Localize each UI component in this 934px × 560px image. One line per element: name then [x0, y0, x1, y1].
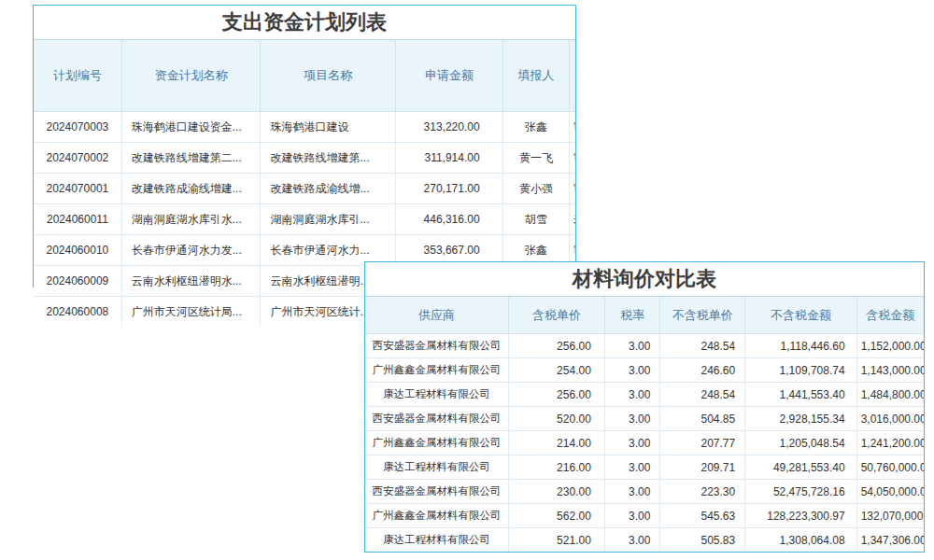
project-name-link[interactable]: 改建铁路成渝线增... [261, 174, 396, 204]
status-badge: 审批通过 [570, 143, 575, 174]
plan-id-link[interactable]: 2024060010 [34, 235, 121, 266]
table-row: 康达工程材料有限公司521.003.00505.831,308,064.081,… [365, 528, 924, 553]
project-name-link[interactable]: 改建铁路线增建第... [261, 143, 396, 174]
project-name-link[interactable]: 湖南洞庭湖水库引... [261, 204, 396, 235]
table-row: 广州鑫鑫金属材料有限公司562.003.00545.63128,223,300.… [365, 504, 924, 528]
table-row: 康达工程材料有限公司216.003.00209.7149,281,553.405… [365, 455, 924, 480]
project-name-link[interactable]: 珠海鹤港口建设 [261, 112, 396, 143]
unit-price-with-tax-value: 520.00 [509, 407, 605, 431]
amount-with-tax-value: 54,050,000.00 [856, 480, 924, 504]
unit-price-without-tax-value: 248.54 [660, 383, 745, 407]
request-amount-value: 311,914.00 [396, 143, 503, 174]
plan-id-link[interactable]: 2024060009 [34, 266, 121, 297]
column-header: 填报人 [502, 40, 570, 112]
reporter-link[interactable]: 黄小强 [502, 174, 570, 204]
column-header: 资金计划名称 [121, 40, 261, 112]
column-header: 项目名称 [261, 40, 396, 112]
unit-price-with-tax-value: 254.00 [509, 358, 605, 383]
supplier-link[interactable]: 康达工程材料有限公司 [365, 528, 509, 553]
unit-price-with-tax-value: 521.00 [509, 528, 605, 553]
unit-price-without-tax-value: 209.71 [660, 455, 745, 480]
unit-price-without-tax-value: 248.54 [660, 334, 745, 358]
table-row: 2024070003珠海鹤港口建设资金...珠海鹤港口建设313,220.00张… [34, 112, 575, 143]
table-row: 西安盛器金属材料有限公司256.003.00248.541,118,446.60… [365, 334, 924, 358]
tax-rate-value: 3.00 [604, 504, 660, 528]
fund-plan-name-link[interactable]: 改建铁路成渝线增建... [121, 174, 261, 204]
supplier-link[interactable]: 广州鑫鑫金属材料有限公司 [365, 431, 509, 455]
plan-id-link[interactable]: 2024070001 [34, 174, 121, 204]
fund-plan-name-link[interactable]: 云南水利枢纽潜明水... [121, 266, 261, 297]
column-header: 供应商 [365, 297, 509, 334]
table-row: 广州鑫鑫金属材料有限公司254.003.00246.601,109,708.74… [365, 358, 924, 383]
tax-rate-value: 3.00 [604, 407, 660, 431]
table-header-row: 供应商含税单价税率不含税单价不含税金额含税金额 [365, 297, 924, 334]
tax-rate-value: 3.00 [604, 334, 660, 358]
material-inquiry-comparison-table: 供应商含税单价税率不含税单价不含税金额含税金额 西安盛器金属材料有限公司256.… [365, 297, 924, 552]
request-amount-value: 270,171.00 [396, 174, 503, 204]
material-inquiry-panel: 材料询价对比表 供应商含税单价税率不含税单价不含税金额含税金额 西安盛器金属材料… [364, 261, 925, 553]
supplier-link[interactable]: 西安盛器金属材料有限公司 [365, 480, 509, 504]
request-amount-value: 446,316.00 [396, 204, 503, 235]
unit-price-with-tax-value: 214.00 [509, 431, 605, 455]
fund-plan-name-link[interactable]: 珠海鹤港口建设资金... [121, 112, 261, 143]
unit-price-with-tax-value: 216.00 [509, 455, 605, 480]
status-badge: 审批通过 [570, 174, 575, 204]
table-header: 供应商含税单价税率不含税单价不含税金额含税金额 [365, 297, 924, 334]
amount-without-tax-value: 1,118,446.60 [745, 334, 856, 358]
tax-rate-value: 3.00 [604, 480, 660, 504]
reporter-link[interactable]: 张鑫 [502, 112, 570, 143]
amount-without-tax-value: 2,928,155.34 [745, 407, 856, 431]
table-row: 康达工程材料有限公司256.003.00248.541,441,553.401,… [365, 383, 924, 407]
supplier-link[interactable]: 广州鑫鑫金属材料有限公司 [365, 504, 509, 528]
amount-without-tax-value: 1,308,064.08 [745, 528, 856, 553]
fund-plan-name-link[interactable]: 广州市天河区统计局... [121, 297, 261, 328]
amount-with-tax-value: 1,152,000.00 [856, 334, 924, 358]
plan-id-link[interactable]: 2024060008 [34, 297, 121, 328]
reporter-link[interactable]: 黄一飞 [502, 143, 570, 174]
table-row: 2024070002改建铁路线增建第二...改建铁路线增建第...311,914… [34, 143, 575, 174]
amount-with-tax-value: 50,760,000.00 [856, 455, 924, 480]
plan-id-link[interactable]: 2024070003 [34, 112, 121, 143]
column-header: 不含税金额 [745, 297, 856, 334]
column-header: 申请金额 [396, 40, 503, 112]
unit-price-without-tax-value: 207.77 [660, 431, 745, 455]
amount-without-tax-value: 52,475,728.16 [745, 480, 856, 504]
amount-without-tax-value: 1,109,708.74 [745, 358, 856, 383]
amount-without-tax-value: 128,223,300.97 [745, 504, 856, 528]
unit-price-with-tax-value: 562.00 [509, 504, 605, 528]
amount-with-tax-value: 1,347,306.00 [856, 528, 924, 553]
unit-price-without-tax-value: 223.30 [660, 480, 745, 504]
table-row: 2024070001改建铁路成渝线增建...改建铁路成渝线增...270,171… [34, 174, 575, 204]
amount-without-tax-value: 1,441,553.40 [745, 383, 856, 407]
amount-with-tax-value: 132,070,000.00 [856, 504, 924, 528]
unit-price-without-tax-value: 505.83 [660, 528, 745, 553]
unit-price-with-tax-value: 256.00 [509, 334, 605, 358]
fund-plan-name-link[interactable]: 长春市伊通河水力发... [121, 235, 261, 266]
fund-plan-name-link[interactable]: 改建铁路线增建第二... [121, 143, 261, 174]
fund-plan-name-link[interactable]: 湖南洞庭湖水库引水... [121, 204, 261, 235]
expenditure-table-title: 支出资金计划列表 [34, 6, 575, 40]
supplier-link[interactable]: 广州鑫鑫金属材料有限公司 [365, 358, 509, 383]
table-header-row: 计划编号资金计划名称项目名称申请金额填报人流程状态 [34, 40, 575, 112]
supplier-link[interactable]: 西安盛器金属材料有限公司 [365, 334, 509, 358]
reporter-link[interactable]: 胡雪 [502, 204, 570, 235]
plan-id-link[interactable]: 2024060011 [34, 204, 121, 235]
supplier-link[interactable]: 康达工程材料有限公司 [365, 383, 509, 407]
column-header: 税率 [604, 297, 660, 334]
column-header: 不含税单价 [660, 297, 745, 334]
status-badge: 审批通过 [570, 112, 575, 143]
amount-with-tax-value: 3,016,000.00 [856, 407, 924, 431]
supplier-link[interactable]: 西安盛器金属材料有限公司 [365, 407, 509, 431]
column-header: 流程状态 [570, 40, 575, 112]
unit-price-without-tax-value: 504.85 [660, 407, 745, 431]
supplier-link[interactable]: 康达工程材料有限公司 [365, 455, 509, 480]
unit-price-without-tax-value: 545.63 [660, 504, 745, 528]
tax-rate-value: 3.00 [604, 383, 660, 407]
unit-price-with-tax-value: 230.00 [509, 480, 605, 504]
status-badge: 未提交 [570, 204, 575, 235]
tax-rate-value: 3.00 [604, 528, 660, 553]
table-row: 2024060011湖南洞庭湖水库引水...湖南洞庭湖水库引...446,316… [34, 204, 575, 235]
amount-without-tax-value: 1,205,048.54 [745, 431, 856, 455]
amount-with-tax-value: 1,484,800.00 [856, 383, 924, 407]
plan-id-link[interactable]: 2024070002 [34, 143, 121, 174]
